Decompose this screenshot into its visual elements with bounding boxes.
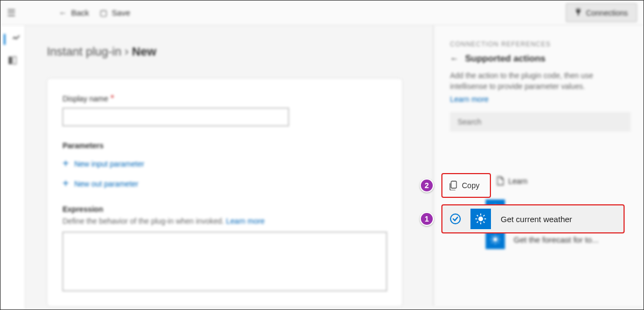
expression-title: Expression [63, 205, 387, 213]
svg-line-19 [498, 236, 499, 237]
connections-button[interactable]: Connections [566, 3, 637, 22]
save-icon: ▢ [100, 8, 107, 18]
svg-point-11 [493, 237, 497, 242]
breadcrumb: Instant plug-in › New [47, 45, 403, 59]
action-item-forecast-today[interactable]: Get forecast for today [450, 194, 631, 224]
action-label: Get forecast for today [514, 205, 591, 214]
save-label: Save [112, 8, 130, 17]
back-label: Back [71, 8, 89, 17]
svg-line-10 [498, 206, 499, 207]
svg-line-18 [492, 242, 493, 243]
svg-line-17 [498, 242, 499, 243]
display-name-label: Display name [63, 94, 108, 103]
connection-references-panel: CONNECTION REFERENCES ← Supported action… [433, 25, 643, 306]
back-button[interactable]: ← Back [59, 8, 89, 17]
panel-learn-more-link[interactable]: Learn more [450, 95, 631, 104]
parameters-title: Parameters [63, 141, 387, 150]
search-input[interactable] [450, 112, 631, 132]
display-name-input[interactable] [63, 108, 289, 126]
breadcrumb-sep: › [124, 45, 128, 58]
plug-icon [575, 8, 581, 17]
plus-icon: + [63, 157, 69, 170]
new-output-label: New out parameter [74, 180, 139, 188]
iconbar-item-2[interactable] [8, 56, 18, 66]
expression-input[interactable] [63, 232, 387, 291]
panel-desc: Add the action to the plugin code, then … [450, 71, 631, 92]
svg-rect-1 [13, 57, 16, 64]
expression-desc: Define the behavior of the plug-in when … [63, 217, 387, 225]
form-card: Display name * Parameters + New input pa… [47, 78, 403, 307]
arrow-left-icon: ← [59, 8, 67, 17]
weather-icon [486, 199, 505, 219]
new-input-label: New input parameter [74, 160, 144, 168]
action-item-forecast-tomorrow[interactable]: Get the forecast for to... [450, 224, 631, 254]
new-output-param-button[interactable]: + New out parameter [63, 177, 387, 190]
svg-point-2 [493, 207, 497, 211]
action-list: Get forecast for today Get the forecast … [450, 165, 631, 254]
breadcrumb-current: New [132, 45, 156, 58]
new-input-param-button[interactable]: + New input parameter [63, 157, 387, 170]
topbar: ☰ ← Back ▢ Save Connections [1, 1, 643, 25]
svg-line-9 [492, 212, 493, 213]
iconbar-item-active[interactable] [4, 34, 15, 45]
weather-icon [486, 230, 505, 249]
hamburger-icon[interactable]: ☰ [7, 7, 16, 19]
panel-label: CONNECTION REFERENCES [450, 40, 631, 48]
svg-rect-0 [9, 57, 12, 64]
arrow-left-icon[interactable]: ← [450, 54, 459, 64]
save-button[interactable]: ▢ Save [100, 8, 130, 18]
learn-more-link[interactable]: Learn more [226, 217, 265, 225]
breadcrumb-parent[interactable]: Instant plug-in [47, 45, 121, 58]
left-iconbar [1, 25, 25, 309]
svg-line-8 [498, 212, 499, 213]
panel-title: Supported actions [465, 53, 545, 64]
plus-icon: + [63, 177, 69, 190]
connections-label: Connections [586, 9, 628, 17]
svg-line-7 [492, 206, 493, 207]
required-indicator: * [110, 94, 114, 103]
action-label: Get the forecast for to... [514, 235, 599, 244]
svg-line-16 [492, 236, 493, 237]
main-content: Instant plug-in › New Display name * Par… [25, 25, 424, 310]
